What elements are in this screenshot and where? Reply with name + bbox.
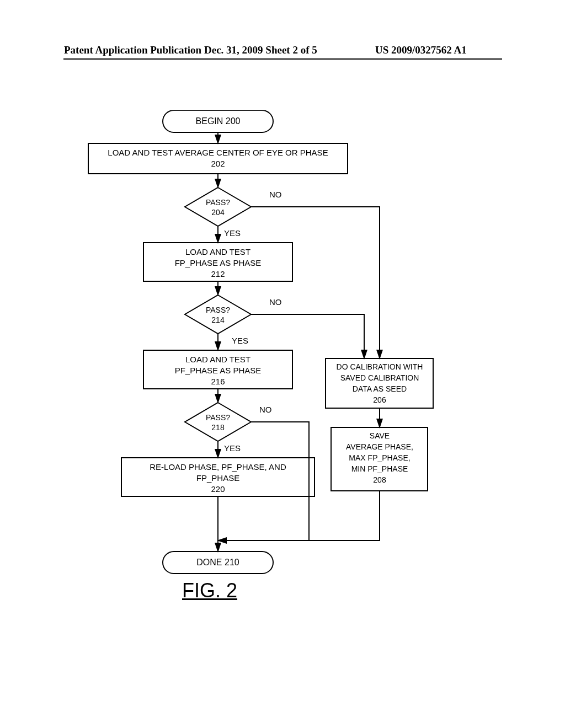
process-220: RE-LOAD PHASE, PF_PHASE, AND FP_PHASE 22…	[121, 458, 315, 496]
arrow-no-204	[251, 207, 380, 358]
decision-214: PASS? 214	[185, 295, 251, 334]
decision-204: PASS? 204	[185, 188, 251, 226]
b208-line4: MIN PF_PHASE	[351, 464, 408, 473]
page: Patent Application Publication Dec. 31, …	[0, 0, 565, 728]
b206-line4: 206	[373, 395, 386, 404]
path-208-done	[218, 491, 380, 540]
d204-line2: 204	[211, 208, 225, 217]
b208-line1: SAVE	[370, 431, 390, 440]
svg-marker-2	[185, 188, 251, 226]
arrow-no-214	[251, 314, 364, 358]
no-label-214: NO	[269, 297, 282, 307]
b202-line1: LOAD AND TEST AVERAGE CENTER OF EYE OR P…	[108, 148, 328, 157]
process-216: LOAD AND TEST PF_PHASE AS PHASE 216	[143, 350, 292, 389]
process-206: DO CALIBRATION WITH SAVED CALIBRATION DA…	[326, 358, 433, 408]
no-label: NO	[269, 190, 282, 199]
decision-218: PASS? 218	[185, 403, 251, 441]
b212-line1: LOAD AND TEST	[185, 247, 250, 256]
terminator-done: DONE 210	[163, 552, 273, 574]
d218-line2: 218	[211, 423, 225, 432]
header-center: Dec. 31, 2009 Sheet 2 of 5	[204, 44, 317, 56]
d214-line2: 214	[211, 315, 225, 324]
b220-line3: 220	[211, 484, 225, 494]
figure-label: FIG. 2	[182, 579, 237, 602]
yes-label: YES	[224, 228, 241, 238]
svg-marker-6	[185, 403, 251, 441]
svg-marker-4	[185, 295, 251, 334]
process-202: LOAD AND TEST AVERAGE CENTER OF EYE OR P…	[88, 143, 348, 174]
header-rule	[63, 58, 502, 60]
b206-line3: DATA AS SEED	[353, 384, 407, 393]
process-208: SAVE AVERAGE PHASE, MAX FP_PHASE, MIN PF…	[331, 427, 428, 491]
header-right: US 2009/0327562 A1	[375, 44, 467, 56]
d204-line1: PASS?	[206, 198, 230, 207]
flowchart: BEGIN 200 LOAD AND TEST AVERAGE CENTER O…	[0, 110, 565, 596]
begin-label: BEGIN 200	[196, 116, 241, 126]
b206-line1: DO CALIBRATION WITH	[337, 362, 423, 371]
process-212: LOAD AND TEST FP_PHASE AS PHASE 212	[143, 243, 292, 281]
b208-line2: AVERAGE PHASE,	[346, 442, 413, 451]
b208-line5: 208	[373, 475, 386, 484]
b212-line2: FP_PHASE AS PHASE	[175, 258, 262, 267]
b216-line2: PF_PHASE AS PHASE	[175, 366, 262, 375]
d214-line1: PASS?	[206, 306, 230, 314]
b220-line2: FP_PHASE	[196, 473, 239, 483]
b212-line3: 212	[211, 269, 225, 279]
d218-line1: PASS?	[206, 413, 230, 422]
header-left: Patent Application Publication	[64, 44, 201, 56]
done-label: DONE 210	[196, 558, 239, 567]
terminator-begin: BEGIN 200	[163, 110, 273, 132]
yes-label-218: YES	[224, 443, 241, 453]
b202-line2: 202	[211, 159, 225, 168]
no-label-218: NO	[259, 405, 272, 414]
b216-line3: 216	[211, 377, 225, 386]
b206-line2: SAVED CALIBRATION	[340, 373, 419, 382]
yes-label-214: YES	[232, 336, 248, 345]
b216-line1: LOAD AND TEST	[185, 355, 250, 364]
b208-line3: MAX FP_PHASE,	[349, 453, 410, 462]
b220-line1: RE-LOAD PHASE, PF_PHASE, AND	[150, 462, 286, 472]
